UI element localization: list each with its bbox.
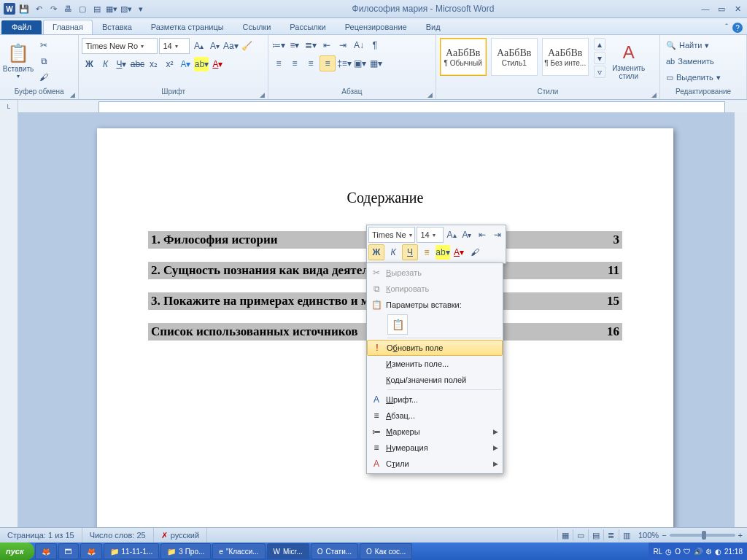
tray-icon[interactable]: ◷ <box>665 548 672 556</box>
view-read-icon[interactable]: ▭ <box>573 529 588 541</box>
cut-icon[interactable]: ✂ <box>36 38 51 52</box>
format-painter-icon[interactable]: 🖌 <box>36 70 51 85</box>
mini-highlight-icon[interactable]: ab▾ <box>436 245 450 260</box>
taskbar-item[interactable]: 📁 3 Про... <box>160 543 211 559</box>
superscript-icon[interactable]: x² <box>162 57 177 71</box>
scrollbar-vertical[interactable] <box>734 112 747 528</box>
justify-icon[interactable]: ≡ <box>320 55 336 71</box>
font-color-icon[interactable]: A▾ <box>210 57 225 71</box>
redo-icon[interactable]: ↷ <box>47 2 60 15</box>
view-outline-icon[interactable]: ≣ <box>603 529 619 541</box>
mini-size-combo[interactable]: 14▾ <box>417 227 443 243</box>
increase-indent-icon[interactable]: ⇥ <box>336 38 350 52</box>
font-size-combo[interactable]: 14▾ <box>159 38 190 54</box>
tray-icon[interactable]: ◐ <box>715 548 721 556</box>
status-lang[interactable]: ✗русский <box>154 528 207 542</box>
status-page[interactable]: Страница: 1 из 15 <box>0 528 82 542</box>
style-nointerval[interactable]: АаБбВв¶ Без инте... <box>542 38 589 76</box>
mini-grow-icon[interactable]: A▴ <box>445 228 459 242</box>
mini-indent-dec-icon[interactable]: ⇤ <box>475 228 489 242</box>
tab-layout[interactable]: Разметка страницы <box>142 20 233 34</box>
grow-font-icon[interactable]: A▴ <box>191 39 206 53</box>
tray-icon[interactable]: 🛡 <box>684 548 691 556</box>
taskbar-item[interactable]: O Как сос... <box>360 543 412 559</box>
mini-indent-inc-icon[interactable]: ⇥ <box>490 228 504 242</box>
taskbar-item[interactable]: 📁 11-11-1... <box>104 543 160 559</box>
zoom-out-icon[interactable]: − <box>662 531 666 540</box>
quick-launch[interactable]: 🦊 <box>80 543 102 559</box>
change-styles-button[interactable]: AИзменить стили <box>608 38 649 83</box>
ctx-update-field[interactable]: !Обновить поле <box>367 340 503 356</box>
mini-center-icon[interactable]: ≡ <box>419 245 434 260</box>
qat-icon2[interactable]: ▦▾ <box>105 2 118 15</box>
tab-references[interactable]: Ссылки <box>233 20 281 34</box>
undo-icon[interactable]: ↶ <box>32 2 45 15</box>
underline-icon[interactable]: Ч▾ <box>114 57 128 71</box>
mini-shrink-icon[interactable]: A▾ <box>460 228 474 242</box>
shrink-font-icon[interactable]: A▾ <box>207 39 222 53</box>
tray-clock[interactable]: 21:18 <box>724 548 743 556</box>
maximize-icon[interactable]: ▭ <box>715 2 728 15</box>
tab-review[interactable]: Рецензирование <box>336 20 417 34</box>
help-icon[interactable]: ? <box>732 23 743 33</box>
shading-icon[interactable]: ▣▾ <box>353 56 368 71</box>
decrease-indent-icon[interactable]: ⇤ <box>320 38 334 52</box>
subscript-icon[interactable]: x₂ <box>146 57 160 71</box>
taskbar-item[interactable]: e "Класси... <box>212 543 265 559</box>
tab-file[interactable]: Файл <box>1 20 42 34</box>
new-doc-icon[interactable]: ▢ <box>76 2 89 15</box>
word-icon[interactable]: W <box>3 2 16 15</box>
borders-icon[interactable]: ▦▾ <box>369 56 384 71</box>
minimize-icon[interactable]: — <box>699 2 712 15</box>
tab-insert[interactable]: Вставка <box>93 20 142 34</box>
text-effects-icon[interactable]: A▾ <box>178 57 193 71</box>
tray-icon[interactable]: O <box>675 548 681 556</box>
style-normal[interactable]: АаБбВв¶ Обычный <box>440 38 487 76</box>
zoom-level[interactable]: 100% <box>638 531 659 540</box>
quick-launch[interactable]: 🗔 <box>58 543 79 559</box>
paste-button[interactable]: 📋Вставить▾ <box>3 38 34 83</box>
show-marks-icon[interactable]: ¶ <box>368 38 382 52</box>
save-icon[interactable]: 💾 <box>18 2 31 15</box>
style-style1[interactable]: АаБбВвСтиль1 <box>491 38 538 76</box>
strike-icon[interactable]: abc <box>130 57 144 71</box>
change-case-icon[interactable]: Aa▾ <box>223 39 238 53</box>
tab-home[interactable]: Главная <box>43 20 93 34</box>
replace-button[interactable]: abЗаменить <box>663 54 724 69</box>
start-button[interactable]: пуск <box>0 542 34 560</box>
qat-icon[interactable]: ▤ <box>90 2 104 15</box>
mini-format-painter-icon[interactable]: 🖌 <box>468 245 482 260</box>
styles-more-icon[interactable]: ▿ <box>594 66 605 78</box>
view-print-icon[interactable]: ▦ <box>557 529 573 541</box>
mini-underline-icon[interactable]: Ч <box>402 244 418 260</box>
italic-icon[interactable]: К <box>98 57 112 71</box>
zoom-slider[interactable] <box>670 534 735 537</box>
ctx-font[interactable]: AШрифт... <box>367 392 503 408</box>
mini-bold-icon[interactable]: Ж <box>368 244 384 260</box>
copy-icon[interactable]: ⧉ <box>36 54 51 69</box>
close-icon[interactable]: ✕ <box>731 2 744 15</box>
dialog-launcher-icon[interactable]: ◢ <box>260 91 265 98</box>
dialog-launcher-icon[interactable]: ◢ <box>427 91 433 98</box>
font-name-combo[interactable]: Times New Ro▾ <box>82 38 158 54</box>
clear-format-icon[interactable]: 🧹 <box>239 39 254 53</box>
qat-icon3[interactable]: ▧▾ <box>120 2 133 15</box>
ruler-vertical[interactable] <box>0 112 18 528</box>
line-spacing-icon[interactable]: ‡≡▾ <box>337 56 352 71</box>
view-draft-icon[interactable]: ▥ <box>619 529 634 541</box>
dialog-launcher-icon[interactable]: ◢ <box>651 91 657 98</box>
paste-option-button[interactable]: 📋 <box>387 314 408 335</box>
taskbar-item[interactable]: O Стати... <box>311 543 358 559</box>
tray-lang[interactable]: RL <box>653 548 662 556</box>
status-words[interactable]: Число слов: 25 <box>82 528 154 542</box>
taskbar-item[interactable]: W Micr... <box>267 543 309 559</box>
ctx-paragraph[interactable]: ≡Абзац... <box>367 408 503 424</box>
styles-scroll-down-icon[interactable]: ▾ <box>594 52 605 64</box>
tab-mailings[interactable]: Рассылки <box>280 20 335 34</box>
align-center-icon[interactable]: ≡ <box>287 56 302 71</box>
quick-launch[interactable]: 🦊 <box>35 543 57 559</box>
align-right-icon[interactable]: ≡ <box>303 56 318 71</box>
tray-icon[interactable]: 🔊 <box>694 548 703 556</box>
mini-font-color-icon[interactable]: A▾ <box>452 245 466 260</box>
mini-italic-icon[interactable]: К <box>386 245 400 260</box>
